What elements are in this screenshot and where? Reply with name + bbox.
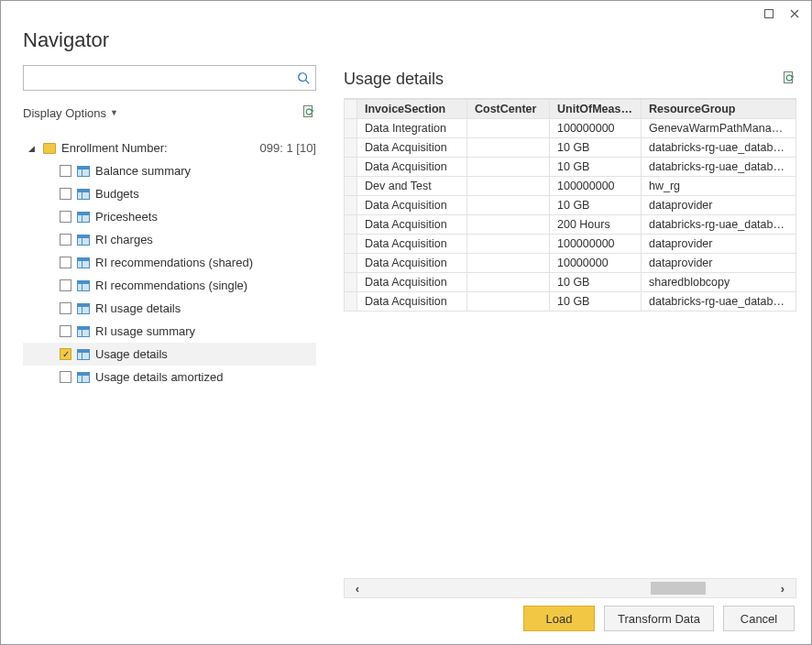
table-row[interactable]: Data Acquisition10 GBsharedblobcopy bbox=[345, 273, 796, 292]
cell: hw_rg bbox=[642, 177, 796, 196]
table-row[interactable]: Dev and Test100000000hw_rg bbox=[345, 177, 796, 196]
table-row[interactable]: Data Integration100000000GenevaWarmPathM… bbox=[345, 119, 796, 138]
horizontal-scrollbar[interactable]: ‹ › bbox=[344, 578, 796, 598]
cell bbox=[467, 138, 550, 158]
cell: Data Acquisition bbox=[357, 158, 467, 177]
table-row[interactable]: Data Acquisition10 GBdatabricks-rg-uae_d… bbox=[345, 158, 796, 177]
tree-item-checkbox[interactable] bbox=[60, 188, 71, 200]
tree-item[interactable]: Usage details amortized bbox=[23, 366, 316, 388]
cell: Data Integration bbox=[357, 119, 467, 138]
tree-item-label: Pricesheets bbox=[95, 210, 316, 224]
scroll-track[interactable] bbox=[370, 579, 770, 597]
table-row[interactable]: Data Acquisition10000000dataprovider bbox=[345, 254, 796, 273]
tree-root[interactable]: ◢ Enrollment Number: 099: 1 [10] bbox=[23, 137, 316, 159]
cell: Data Acquisition bbox=[357, 215, 467, 235]
scroll-left-icon[interactable]: ‹ bbox=[345, 582, 370, 596]
tree-root-label: Enrollment Number: bbox=[61, 141, 238, 155]
column-header[interactable]: ResourceGroup bbox=[642, 100, 796, 119]
load-button[interactable]: Load bbox=[523, 606, 595, 631]
table-row[interactable]: Data Acquisition200 Hoursdatabricks-rg-u… bbox=[345, 215, 796, 235]
tree-item-checkbox[interactable]: ✓ bbox=[60, 348, 71, 360]
refresh-preview-icon[interactable] bbox=[782, 71, 796, 88]
display-options-label: Display Options bbox=[23, 106, 106, 120]
svg-point-1 bbox=[299, 73, 307, 82]
tree-item-checkbox[interactable] bbox=[60, 279, 71, 291]
row-header bbox=[345, 138, 357, 158]
row-header bbox=[345, 158, 357, 177]
column-header[interactable]: CostCenter bbox=[467, 100, 550, 119]
scroll-right-icon[interactable]: › bbox=[770, 582, 796, 596]
tree-item-checkbox[interactable] bbox=[60, 325, 71, 337]
tree-item[interactable]: ✓Usage details bbox=[23, 343, 316, 366]
table-icon bbox=[77, 326, 90, 337]
cell: dataprovider bbox=[642, 235, 796, 254]
preview-title: Usage details bbox=[344, 70, 444, 89]
cell: Data Acquisition bbox=[357, 254, 467, 273]
tree-item-label: RI usage details bbox=[95, 301, 316, 315]
table-icon bbox=[77, 372, 90, 383]
svg-rect-2 bbox=[304, 105, 313, 116]
search-icon[interactable] bbox=[291, 71, 315, 84]
cell: 10 GB bbox=[550, 138, 642, 158]
tree-item-checkbox[interactable] bbox=[60, 257, 71, 268]
cell: Dev and Test bbox=[357, 177, 467, 196]
tree-item[interactable]: RI usage summary bbox=[23, 320, 316, 343]
row-header bbox=[345, 235, 357, 254]
collapse-icon[interactable]: ◢ bbox=[28, 144, 38, 153]
cell bbox=[467, 177, 550, 196]
svg-rect-3 bbox=[785, 71, 793, 82]
tree-item-checkbox[interactable] bbox=[60, 371, 71, 383]
search-input[interactable] bbox=[24, 66, 291, 90]
column-header[interactable]: InvoiceSection bbox=[357, 100, 467, 119]
tree-item[interactable]: Budgets bbox=[23, 182, 316, 205]
search-input-wrap[interactable] bbox=[23, 65, 316, 91]
cell: sharedblobcopy bbox=[642, 273, 796, 292]
table-row[interactable]: Data Acquisition100000000dataprovider bbox=[345, 235, 796, 254]
cell bbox=[467, 254, 550, 273]
tree-item-checkbox[interactable] bbox=[60, 302, 71, 314]
row-header bbox=[345, 196, 357, 215]
tree-item[interactable]: RI recommendations (single) bbox=[23, 274, 316, 297]
close-icon[interactable] bbox=[782, 4, 807, 24]
table-row[interactable]: Data Acquisition10 GBdatabricks-rg-uae_d… bbox=[345, 292, 796, 312]
tree-item[interactable]: Balance summary bbox=[23, 159, 316, 182]
cell: GenevaWarmPathManageRG bbox=[642, 119, 796, 138]
tree-item-label: Usage details bbox=[95, 347, 316, 361]
cell: 100000000 bbox=[550, 235, 642, 254]
tree-item[interactable]: RI usage details bbox=[23, 297, 316, 320]
navigator-tree-pane: Display Options ▼ ◢ Enrollment Number: 0… bbox=[23, 65, 316, 598]
tree-item-checkbox[interactable] bbox=[60, 211, 71, 223]
table-row[interactable]: Data Acquisition10 GBdatabricks-rg-uae_d… bbox=[345, 138, 796, 158]
table-icon bbox=[77, 349, 90, 360]
cell: 10 GB bbox=[550, 158, 642, 177]
tree-item[interactable]: RI recommendations (shared) bbox=[23, 251, 316, 274]
cancel-button[interactable]: Cancel bbox=[723, 606, 795, 631]
cell bbox=[467, 196, 550, 215]
tree-item-label: Balance summary bbox=[95, 164, 316, 178]
column-header[interactable]: UnitOfMeasure bbox=[550, 100, 642, 119]
cell: 10 GB bbox=[550, 196, 642, 215]
refresh-icon[interactable] bbox=[302, 104, 316, 122]
display-options-dropdown[interactable]: Display Options ▼ bbox=[23, 106, 118, 120]
folder-icon bbox=[43, 143, 56, 154]
cell: databricks-rg-uae_databricks- bbox=[642, 158, 796, 177]
table-row[interactable]: Data Acquisition10 GBdataprovider bbox=[345, 196, 796, 215]
tree-item-checkbox[interactable] bbox=[60, 234, 71, 246]
tree-item[interactable]: Pricesheets bbox=[23, 205, 316, 228]
table-icon bbox=[77, 189, 90, 200]
cell: 10 GB bbox=[550, 292, 642, 312]
cell: 200 Hours bbox=[550, 215, 642, 235]
tree-item[interactable]: RI charges bbox=[23, 228, 316, 251]
scroll-thumb[interactable] bbox=[651, 582, 706, 595]
cell: 10000000 bbox=[550, 254, 642, 273]
maximize-icon[interactable] bbox=[756, 4, 782, 24]
transform-data-button[interactable]: Transform Data bbox=[604, 606, 714, 631]
navigator-tree: ◢ Enrollment Number: 099: 1 [10] Balance… bbox=[23, 137, 316, 598]
row-header bbox=[345, 177, 357, 196]
cell bbox=[467, 119, 550, 138]
cell: databricks-rg-uae_databricks- bbox=[642, 138, 796, 158]
row-header bbox=[345, 254, 357, 273]
tree-item-checkbox[interactable] bbox=[60, 165, 71, 177]
table-icon bbox=[77, 280, 90, 291]
cell bbox=[467, 158, 550, 177]
